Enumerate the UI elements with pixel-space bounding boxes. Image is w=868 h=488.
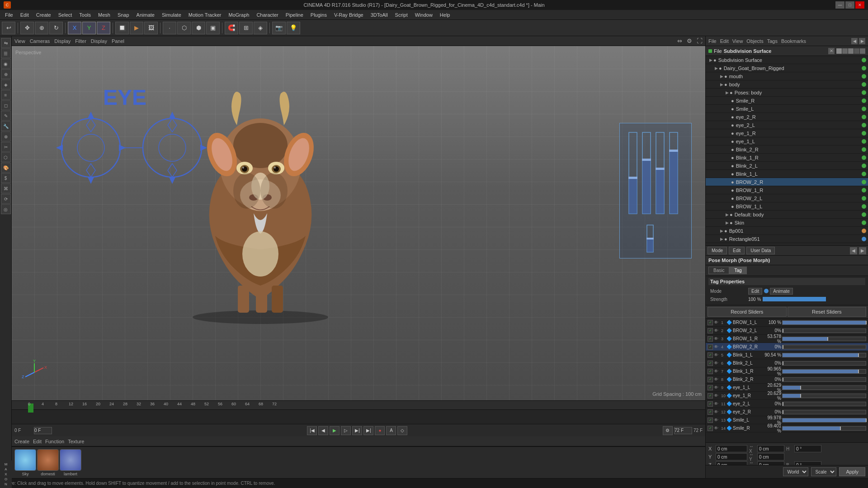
keyframe-button[interactable]: ◇ (397, 426, 407, 435)
play-realtime-button[interactable]: ▷ (341, 426, 351, 435)
tree-item-rectangle051[interactable]: ▶●Rectangle051 (706, 235, 868, 243)
slider-bar-3[interactable] (782, 345, 866, 349)
menu-item-character[interactable]: Character (253, 11, 281, 19)
tree-item-blink_1_l[interactable]: ●Blink_1_L (706, 170, 868, 178)
mode-button[interactable]: Mode (708, 247, 727, 254)
slider-bar-1[interactable] (782, 328, 866, 333)
subdiv-close[interactable]: ✕ (828, 48, 835, 54)
slider-check-0[interactable]: ✓ (708, 320, 713, 325)
rp-tab-view[interactable]: View (732, 38, 743, 44)
tree-item-eye_2_l[interactable]: ●eye_2_L (706, 121, 868, 129)
menu-item-select[interactable]: Select (55, 11, 75, 19)
render-region-button[interactable]: 🔲 (115, 22, 129, 34)
slider-bar-10[interactable] (782, 402, 866, 406)
tree-item-brow_2_r[interactable]: ●BROW_2_R (706, 178, 868, 186)
tree-expand-arrow[interactable]: ▶ (720, 74, 723, 79)
mode-bar-arrow-right[interactable]: ▶ (859, 247, 866, 254)
record-sliders-button[interactable]: Record Sliders (708, 307, 787, 317)
polygons-mode[interactable]: ⬢ (192, 22, 205, 34)
close-button[interactable]: ✕ (855, 1, 864, 9)
slider-eye-0[interactable]: 👁 (714, 320, 720, 325)
points-mode[interactable]: · (163, 22, 176, 34)
menu-item-pipeline[interactable]: Pipeline (283, 11, 307, 19)
slider-row-brow_2_l[interactable]: ✓ 👁 2 🔷 BROW_2_L 0% (706, 327, 868, 335)
slider-check-2[interactable]: ✓ (708, 336, 713, 342)
slider-bar-5[interactable] (782, 361, 866, 366)
slider-row-blink_2_r[interactable]: ✓ 👁 8 🔷 Blink_2_R 0% (706, 375, 868, 384)
rp-scroll-right[interactable]: ▶ (859, 38, 865, 44)
rp-tab-objects[interactable]: Objects (746, 38, 763, 44)
material-tab-function[interactable]: Function (45, 439, 64, 444)
material-sky[interactable]: Sky (14, 449, 36, 476)
world-select[interactable]: World (783, 467, 808, 476)
snap-button[interactable]: 🧲 (225, 22, 238, 34)
viewport-tab-filter[interactable]: Filter (75, 38, 86, 44)
rp-tab-tags[interactable]: Tags (767, 38, 778, 44)
menu-item-animate[interactable]: Animate (133, 11, 158, 19)
menu-item-motion-tracker[interactable]: Motion Tracker (185, 11, 225, 19)
left-tool-5[interactable]: ◈ (1, 80, 11, 89)
tree-item-skin[interactable]: ▶●Skin (706, 219, 868, 227)
slider-eye-5[interactable]: 👁 (714, 361, 720, 366)
tree-item-default_body[interactable]: ▶●Default: body (706, 211, 868, 219)
tree-item-bp001[interactable]: ▶●Bp001 (706, 227, 868, 235)
rp-tab-file[interactable]: File (708, 38, 717, 44)
viewport-tab-view[interactable]: View (14, 38, 25, 44)
menu-item-plugins[interactable]: Plugins (307, 11, 330, 19)
menu-item-v-ray-bridge[interactable]: V-Ray Bridge (331, 11, 367, 19)
slider-row-eye_2_l[interactable]: ✓ 👁 11 🔷 eye_2_L 0% (706, 400, 868, 408)
tree-expand-arrow[interactable]: ▶ (726, 90, 729, 95)
slider-row-brow_1_l[interactable]: ✓ 👁 1 🔷 BROW_1_L 100 % (706, 319, 868, 327)
object-tree[interactable]: ▶●Subdivision Surface▶●Dairy_Goat_Brown_… (706, 56, 868, 246)
slider-eye-4[interactable]: 👁 (714, 352, 720, 358)
material-tab-texture[interactable]: Texture (68, 439, 84, 444)
grid-snap-button[interactable]: ⊞ (239, 22, 253, 34)
h-input[interactable] (794, 445, 821, 452)
slider-check-13[interactable]: ✓ (708, 426, 713, 431)
slider-bar-7[interactable] (782, 377, 866, 382)
slider-bar-0[interactable] (782, 320, 866, 325)
z-axis-button[interactable]: Z (97, 22, 110, 34)
timeline-settings[interactable]: ⚙ (663, 426, 673, 435)
slider-row-brow_1_r[interactable]: ✓ 👁 3 🔷 BROW_1_R 53.578 % (706, 335, 868, 343)
edit-button[interactable]: Edit (729, 247, 745, 254)
left-tool-14[interactable]: $ (1, 173, 11, 183)
slider-check-1[interactable]: ✓ (708, 328, 713, 333)
slider-bar-4[interactable] (782, 353, 866, 357)
prev-frame-button[interactable]: ◀ (318, 426, 328, 435)
left-tool-4[interactable]: ⊕ (1, 69, 11, 79)
left-tool-7[interactable]: ◻ (1, 100, 11, 110)
render-button[interactable]: ▶ (130, 22, 143, 34)
left-tool-9[interactable]: 🔧 (1, 121, 11, 131)
slider-row-smile_l[interactable]: ✓ 👁 13 🔷 Smile_L 99.978 % (706, 416, 868, 424)
slider-row-blink_1_l[interactable]: ✓ 👁 5 🔷 Blink_1_L 90.54 % (706, 351, 868, 359)
vertex-snap[interactable]: ◈ (254, 22, 267, 34)
x-axis-button[interactable]: X (68, 22, 81, 34)
tree-item-eye_1_l[interactable]: ●eye_1_L (706, 137, 868, 145)
slider-eye-8[interactable]: 👁 (714, 385, 720, 390)
left-tool-15[interactable]: ⌘ (1, 183, 11, 193)
y2-input[interactable] (757, 453, 784, 460)
slider-check-11[interactable]: ✓ (708, 409, 713, 415)
rotate-tool[interactable]: ↻ (49, 22, 63, 34)
left-tool-3[interactable]: ◉ (1, 59, 11, 69)
slider-row-eye_1_l[interactable]: ✓ 👁 9 🔷 eye_1_L 20.629 % (706, 384, 868, 392)
left-tool-12[interactable]: ⬡ (1, 152, 11, 162)
tree-item-brow_1_l[interactable]: ●BROW_1_L (706, 202, 868, 211)
tree-item-brow_1_r[interactable]: ●BROW_1_R (706, 186, 868, 194)
tree-expand-arrow[interactable]: ▶ (715, 66, 718, 70)
goto-start-button[interactable]: |◀ (307, 426, 317, 435)
left-tool-13[interactable]: 🎨 (1, 163, 11, 173)
tree-expand-arrow[interactable]: ▶ (720, 229, 723, 233)
tree-item-poses_body[interactable]: ▶●Poses: body (706, 89, 868, 97)
menu-item-mesh[interactable]: Mesh (95, 11, 113, 19)
slider-check-9[interactable]: ✓ (708, 393, 713, 399)
move-tool[interactable]: ✥ (20, 22, 34, 34)
viewport-tab-cameras[interactable]: Cameras (30, 38, 50, 44)
slider-check-7[interactable]: ✓ (708, 377, 713, 382)
user-data-button[interactable]: User Data (746, 247, 775, 254)
menu-item-snap[interactable]: Snap (114, 11, 132, 19)
left-tool-16[interactable]: ⟳ (1, 194, 11, 204)
tree-item-body[interactable]: ▶●body (706, 80, 868, 89)
viewport[interactable]: Perspective EYE (12, 46, 705, 400)
